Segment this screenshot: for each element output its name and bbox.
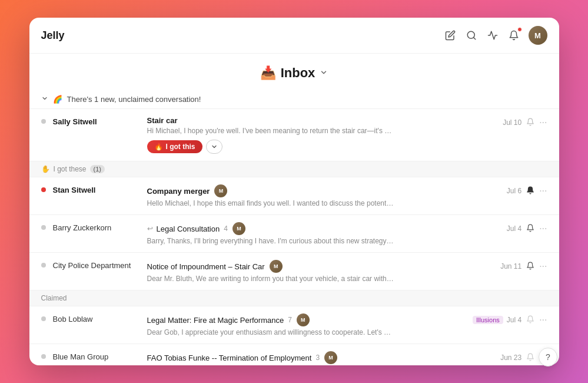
unread-indicator — [41, 225, 46, 230]
meta-col: Jul 6 ··· — [507, 184, 547, 196]
i-got-these-emoji: ✋ — [41, 165, 50, 173]
bell-icon[interactable] — [526, 353, 534, 363]
inbox-icon: 📥 — [260, 65, 276, 81]
claimed-section: Claimed — [29, 290, 559, 306]
unread-indicator — [41, 119, 46, 124]
i-got-these-section: ✋ I got these (1) — [29, 161, 559, 177]
compose-icon[interactable] — [444, 29, 457, 42]
more-options-icon[interactable]: ··· — [539, 117, 547, 128]
subject-count: 4 — [224, 224, 228, 233]
new-section-label: There's 1 new, unclaimed conversation! — [67, 95, 201, 104]
sender-name: Blue Man Group — [53, 351, 147, 361]
unread-indicator — [41, 187, 46, 192]
message-content: Notice of Impoundment – Stair Car M Dear… — [147, 260, 501, 283]
help-button[interactable]: ? — [539, 348, 557, 367]
inbox-title: Inbox — [281, 65, 315, 81]
contact-avatar: M — [324, 351, 337, 364]
conversation-row[interactable]: Barry Zuckerkorn ↩ Legal Consultation 4 … — [29, 214, 559, 252]
date-label: Jul 4 — [507, 316, 521, 324]
inbox-header: 📥 Inbox — [29, 54, 559, 90]
sender-name: Bob Loblaw — [53, 313, 147, 323]
new-section-chevron[interactable] — [41, 95, 48, 104]
assign-down-button[interactable] — [206, 140, 222, 154]
unread-indicator — [41, 263, 46, 268]
date-label: Jun 23 — [500, 354, 521, 362]
subject-text: Notice of Impoundment – Stair Car — [147, 262, 265, 271]
date-label: Jun 11 — [500, 262, 521, 270]
message-preview: Hi Michael, I hope you're well. I've bee… — [147, 127, 394, 135]
i-got-these-count: (1) — [90, 165, 105, 173]
date-label: Jul 10 — [503, 118, 521, 127]
sender-name: Barry Zuckerkorn — [53, 222, 147, 232]
reply-icon: ↩ — [147, 224, 153, 233]
message-content: Company merger M Hello Michael, I hope t… — [147, 184, 507, 207]
bell-icon[interactable] — [526, 315, 534, 325]
message-subject: Company merger M — [147, 184, 507, 197]
more-options-icon[interactable]: ··· — [539, 223, 547, 234]
topbar-actions: M — [444, 26, 547, 45]
conversation-row[interactable]: Stan Sitwell Company merger M Hello Mich… — [29, 177, 559, 214]
subject-text: Stair car — [147, 116, 178, 125]
message-subject: Legal Matter: Fire at Magic Performance … — [147, 313, 507, 326]
date-label: Jul 4 — [507, 224, 521, 233]
message-preview: Dear Mr. Bluth, We are writing to inform… — [147, 275, 394, 283]
message-content: FAO Tobias Funke -- Termination of Emplo… — [147, 351, 501, 365]
message-subject: ↩ Legal Consultation 4 M — [147, 222, 507, 235]
conversation-row[interactable]: Blue Man Group FAO Tobias Funke -- Termi… — [29, 344, 559, 365]
sender-name: Sally Sitwell — [53, 116, 147, 126]
sender-name: Stan Sitwell — [53, 184, 147, 194]
bell-icon[interactable] — [526, 186, 534, 196]
bell-icon[interactable] — [526, 262, 534, 272]
date-label: Jul 6 — [507, 187, 521, 195]
conversation-row[interactable]: City Police Department Notice of Impound… — [29, 252, 559, 290]
notifications-icon[interactable] — [507, 29, 520, 42]
new-section-header: 🌈 There's 1 new, unclaimed conversation! — [29, 90, 559, 108]
subject-text: Legal Consultation — [157, 224, 220, 233]
svg-line-1 — [473, 37, 475, 39]
meta-col: Jul 10 ··· — [503, 116, 547, 128]
new-section-emoji: 🌈 — [53, 95, 62, 104]
message-content: Legal Matter: Fire at Magic Performance … — [147, 313, 507, 336]
contact-avatar: M — [297, 313, 310, 326]
sender-name: City Police Department — [53, 260, 147, 270]
unread-indicator — [41, 354, 46, 359]
subject-count: 7 — [288, 316, 292, 324]
message-subject: FAO Tobias Funke -- Termination of Emplo… — [147, 351, 501, 364]
i-got-these-label: I got these — [54, 165, 87, 173]
app-logo: Jelly — [41, 29, 65, 42]
subject-count: 3 — [315, 354, 320, 362]
more-options-icon[interactable]: ··· — [539, 261, 547, 272]
inbox-chevron[interactable] — [320, 68, 328, 78]
contact-avatar: M — [270, 260, 283, 273]
tag-badge: Illusions — [473, 316, 503, 324]
search-icon[interactable] — [465, 29, 478, 42]
got-this-button[interactable]: 🔥 I got this — [147, 140, 202, 153]
message-preview: Barry, Thanks, I'll bring everything I h… — [147, 237, 394, 245]
main-content: 📥 Inbox 🌈 There's 1 new, unclaimed conve… — [29, 54, 559, 365]
user-avatar[interactable]: M — [529, 26, 547, 45]
fire-icon: 🔥 — [154, 143, 163, 151]
message-preview: Dear Gob, I appreciate your enthusiasm a… — [147, 328, 394, 336]
bell-icon[interactable] — [526, 118, 534, 128]
message-actions: 🔥 I got this — [147, 140, 503, 154]
activity-icon[interactable] — [486, 29, 499, 42]
subject-text: Company merger — [147, 187, 210, 196]
message-preview: Hello Michael, I hope this email finds y… — [147, 199, 394, 207]
message-subject: Notice of Impoundment – Stair Car M — [147, 260, 501, 273]
message-subject: Stair car — [147, 116, 503, 125]
meta-col: Jul 4 ··· — [507, 222, 547, 234]
conversation-row[interactable]: Bob Loblaw Legal Matter: Fire at Magic P… — [29, 306, 559, 344]
contact-avatar: M — [214, 184, 227, 197]
main-window: Jelly — [29, 18, 559, 365]
more-options-icon[interactable]: ··· — [539, 186, 547, 196]
more-options-icon[interactable]: ··· — [539, 315, 547, 325]
conversation-row[interactable]: Sally Sitwell Stair car Hi Michael, I ho… — [29, 108, 559, 161]
topbar: Jelly — [29, 18, 559, 54]
claimed-label: Claimed — [41, 294, 67, 302]
message-content: ↩ Legal Consultation 4 M Barry, Thanks, … — [147, 222, 507, 245]
message-content: Stair car Hi Michael, I hope you're well… — [147, 116, 503, 154]
got-this-label: I got this — [166, 143, 195, 151]
contact-avatar: M — [232, 222, 245, 235]
subject-text: FAO Tobias Funke -- Termination of Emplo… — [147, 354, 312, 362]
bell-icon[interactable] — [526, 224, 534, 234]
